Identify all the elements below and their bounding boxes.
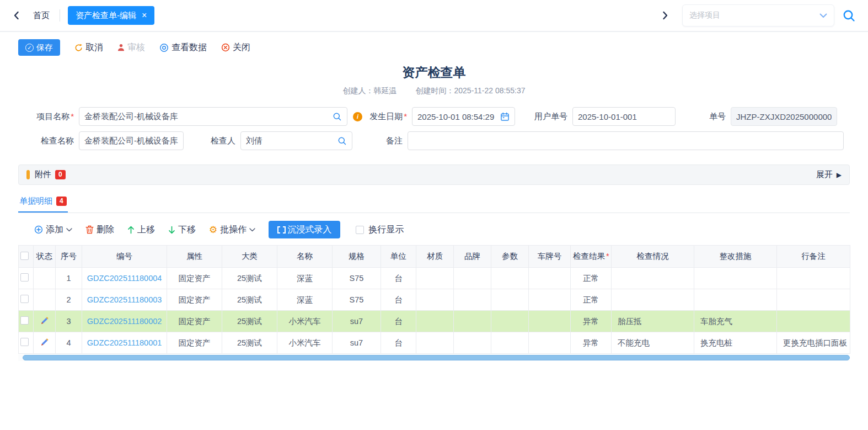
- row-remark-cell[interactable]: [777, 311, 850, 332]
- result-cell[interactable]: 异常: [571, 311, 612, 332]
- measure-cell[interactable]: 换充电桩: [694, 332, 777, 354]
- name-cell[interactable]: 深蓝: [277, 289, 333, 311]
- category-cell[interactable]: 25测试: [222, 289, 277, 311]
- spec-cell[interactable]: su7: [333, 311, 381, 332]
- add-button[interactable]: 添加: [34, 224, 72, 236]
- param-cell[interactable]: [491, 289, 529, 311]
- brand-cell[interactable]: [454, 289, 491, 311]
- move-down-button[interactable]: 下移: [168, 224, 196, 236]
- material-cell[interactable]: [416, 311, 454, 332]
- brand-cell[interactable]: [454, 311, 491, 332]
- plate-cell[interactable]: [529, 311, 571, 332]
- measure-cell[interactable]: [694, 289, 777, 311]
- wrap-display-toggle[interactable]: 换行显示: [356, 224, 404, 236]
- name-cell[interactable]: 小米汽车: [277, 311, 333, 332]
- measure-cell[interactable]: 车胎充气: [694, 311, 777, 332]
- delete-button[interactable]: 删除: [85, 224, 114, 236]
- name-cell[interactable]: 深蓝: [277, 268, 333, 289]
- close-button[interactable]: 关闭: [221, 42, 250, 54]
- result-cell[interactable]: 正常: [571, 268, 612, 289]
- row-remark-cell[interactable]: [777, 268, 850, 289]
- search-icon[interactable]: [337, 136, 347, 146]
- row-checkbox[interactable]: [20, 295, 29, 303]
- remark-input[interactable]: [413, 136, 838, 146]
- expand-button[interactable]: 展开 ▶: [816, 169, 842, 180]
- edit-pencil-icon[interactable]: [40, 316, 49, 325]
- edit-pencil-icon[interactable]: [40, 338, 49, 347]
- row-remark-cell[interactable]: [777, 289, 850, 311]
- category-cell[interactable]: 25测试: [222, 332, 277, 354]
- brand-cell[interactable]: [454, 268, 491, 289]
- info-icon[interactable]: [353, 112, 362, 121]
- situation-cell[interactable]: 胎压抵: [612, 311, 694, 332]
- remark-field[interactable]: [408, 131, 844, 150]
- view-data-button[interactable]: 查看数据: [159, 42, 207, 54]
- tab-detail-lines[interactable]: 单据明细 4: [18, 194, 68, 213]
- category-cell[interactable]: 25测试: [222, 268, 277, 289]
- occur-date-field[interactable]: [412, 107, 515, 126]
- row-checkbox[interactable]: [20, 338, 29, 346]
- checker-input[interactable]: [246, 136, 334, 146]
- batch-operation-button[interactable]: ⚙ 批操作: [209, 224, 255, 236]
- search-icon[interactable]: [333, 112, 342, 121]
- user-no-field[interactable]: [572, 107, 676, 126]
- search-icon[interactable]: [842, 9, 856, 23]
- save-button[interactable]: 保存: [18, 39, 60, 56]
- spec-cell[interactable]: S75: [333, 289, 381, 311]
- back-chevron-icon[interactable]: [9, 8, 23, 23]
- calendar-icon[interactable]: [500, 112, 510, 121]
- checker-field[interactable]: [240, 131, 352, 150]
- cancel-button[interactable]: 取消: [74, 42, 103, 54]
- param-cell[interactable]: [491, 268, 529, 289]
- measure-cell[interactable]: [694, 268, 777, 289]
- attr-cell[interactable]: 固定资产: [167, 311, 222, 332]
- unit-cell[interactable]: 台: [381, 268, 416, 289]
- spec-cell[interactable]: S75: [333, 268, 381, 289]
- check-name-input[interactable]: [84, 136, 178, 146]
- immersive-entry-button[interactable]: 沉浸式录入: [269, 221, 340, 238]
- tab-home[interactable]: 首页: [23, 10, 60, 21]
- code-link[interactable]: GDZC202511180004: [87, 274, 162, 283]
- result-cell[interactable]: 正常: [571, 289, 612, 311]
- occur-date-input[interactable]: [417, 112, 497, 121]
- project-name-input[interactable]: [84, 112, 329, 121]
- material-cell[interactable]: [416, 268, 454, 289]
- situation-cell[interactable]: [612, 268, 694, 289]
- category-cell[interactable]: 25测试: [222, 311, 277, 332]
- check-name-field[interactable]: [79, 131, 184, 150]
- spec-cell[interactable]: su7: [333, 332, 381, 354]
- move-up-button[interactable]: 上移: [127, 224, 155, 236]
- code-link[interactable]: GDZC202511180001: [87, 338, 162, 347]
- param-cell[interactable]: [491, 332, 529, 354]
- material-cell[interactable]: [416, 332, 454, 354]
- plate-cell[interactable]: [529, 289, 571, 311]
- row-remark-cell[interactable]: 更换充电插口面板: [777, 332, 850, 354]
- close-tab-icon[interactable]: ×: [142, 11, 147, 20]
- audit-button[interactable]: 审核: [117, 42, 145, 54]
- unit-cell[interactable]: 台: [381, 311, 416, 332]
- forward-chevron-icon[interactable]: [658, 8, 672, 23]
- project-name-field[interactable]: [79, 107, 347, 126]
- attr-cell[interactable]: 固定资产: [167, 268, 222, 289]
- attachment-section-bar[interactable]: 附件 0 展开 ▶: [18, 164, 850, 185]
- horizontal-scrollbar-thumb[interactable]: [23, 355, 850, 360]
- horizontal-scrollbar-track[interactable]: [18, 354, 850, 361]
- result-cell[interactable]: 异常: [571, 332, 612, 354]
- code-link[interactable]: GDZC202511180003: [87, 295, 162, 304]
- row-checkbox[interactable]: [20, 273, 29, 282]
- wrap-display-checkbox[interactable]: [356, 226, 364, 234]
- attr-cell[interactable]: 固定资产: [167, 332, 222, 354]
- param-cell[interactable]: [491, 311, 529, 332]
- plate-cell[interactable]: [529, 268, 571, 289]
- row-checkbox[interactable]: [20, 316, 29, 325]
- plate-cell[interactable]: [529, 332, 571, 354]
- unit-cell[interactable]: 台: [381, 332, 416, 354]
- project-select[interactable]: 选择项目: [682, 4, 834, 26]
- user-no-input[interactable]: [578, 112, 670, 121]
- situation-cell[interactable]: 不能充电: [612, 332, 694, 354]
- brand-cell[interactable]: [454, 332, 491, 354]
- material-cell[interactable]: [416, 289, 454, 311]
- select-all-checkbox[interactable]: [20, 252, 29, 260]
- code-link[interactable]: GDZC202511180002: [87, 317, 162, 326]
- tab-asset-check-edit[interactable]: 资产检查单-编辑 ×: [68, 6, 154, 25]
